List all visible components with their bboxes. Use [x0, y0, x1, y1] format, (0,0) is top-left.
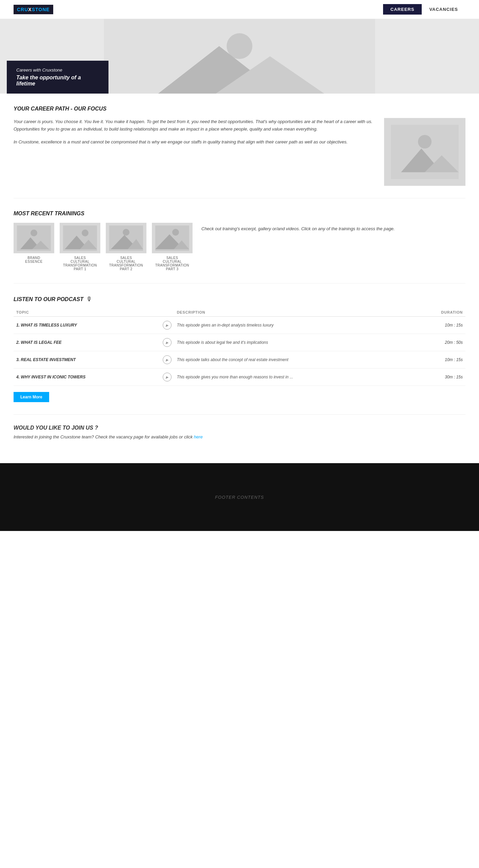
- training-thumb-2: [106, 223, 146, 253]
- hero-text-box: Careers with Cruxstone Take the opportun…: [7, 61, 108, 94]
- episode-play-0[interactable]: ▶: [160, 317, 174, 334]
- training-item-3[interactable]: SALESCULTURALTRANSFORMATIONPART 3: [152, 223, 193, 271]
- podcast-table: TOPIC DESCRIPTION DURATION 1. WHAT IS TI…: [14, 308, 465, 386]
- episode-play-2[interactable]: ▶: [160, 351, 174, 369]
- footer-text: FOOTER CONTENTS: [215, 495, 264, 500]
- microphone-icon: 🎙: [86, 296, 92, 303]
- training-item-1[interactable]: SALESCULTURALTRANSFORMATIONPART 1: [60, 223, 100, 271]
- career-image-placeholder: [384, 118, 465, 186]
- logo-text: CRUXSTONE: [17, 7, 50, 12]
- episode-desc-0: This episode gives an in-dept analysis t…: [174, 317, 413, 334]
- trainings-note: Check out training's excerpt, gallery or…: [198, 223, 465, 231]
- svg-point-21: [172, 229, 179, 236]
- col-play-header: [160, 308, 174, 317]
- play-button-0[interactable]: ▶: [163, 321, 172, 330]
- col-duration-header: DURATION: [413, 308, 465, 317]
- col-description-header: DESCRIPTION: [174, 308, 413, 317]
- col-topic-header: TOPIC: [14, 308, 160, 317]
- play-button-1[interactable]: ▶: [163, 338, 172, 347]
- episode-duration-3: 30m : 15s: [413, 369, 465, 386]
- episode-topic-2: 3. REAL ESTATE INVESTMENT: [14, 351, 160, 369]
- career-paragraph-1: Your career is yours. You choose it. You…: [14, 118, 374, 133]
- career-paragraph-2: In Cruxstone, excellence is a must and c…: [14, 138, 374, 146]
- podcast-title: LISTEN TO OUR PODCAST: [14, 296, 83, 302]
- training-label-3: SALESCULTURALTRANSFORMATIONPART 3: [155, 256, 189, 271]
- career-path-section: YOUR CAREER PATH - OUR FOCUS Your career…: [0, 94, 479, 198]
- learn-more-button[interactable]: Learn More: [14, 392, 49, 402]
- podcast-row-3: 4. WHY INVEST IN ICONIC TOWERS ▶ This ep…: [14, 369, 465, 386]
- podcast-row-2: 3. REAL ESTATE INVESTMENT ▶ This episode…: [14, 351, 465, 369]
- episode-desc-1: This episode is about legal fee and it's…: [174, 334, 413, 351]
- nav-careers[interactable]: CAREERS: [383, 4, 422, 15]
- trainings-title: MOST RECENT TRAININGS: [14, 211, 465, 217]
- join-title: WOULD YOU LIKE TO JOIN US ?: [14, 425, 465, 431]
- episode-duration-1: 20m : 50s: [413, 334, 465, 351]
- episode-topic-3: 4. WHY INVEST IN ICONIC TOWERS: [14, 369, 160, 386]
- career-path-content: Your career is yours. You choose it. You…: [14, 118, 465, 186]
- svg-point-5: [418, 135, 432, 149]
- svg-point-13: [82, 230, 88, 236]
- training-thumb-0: [14, 223, 54, 253]
- episode-duration-0: 10m : 15s: [413, 317, 465, 334]
- svg-point-9: [31, 230, 37, 236]
- podcast-section: LISTEN TO OUR PODCAST 🎙 TOPIC DESCRIPTIO…: [0, 283, 479, 414]
- play-button-3[interactable]: ▶: [163, 373, 172, 381]
- svg-point-17: [123, 229, 129, 236]
- episode-topic-1: 2. WHAT IS LEGAL FEE: [14, 334, 160, 351]
- training-label-2: SALESCULTURALTRANSFORMATIONPART 2: [109, 256, 143, 271]
- training-item-2[interactable]: SALESCULTURALTRANSFORMATIONPART 2: [106, 223, 146, 271]
- play-button-2[interactable]: ▶: [163, 355, 172, 364]
- episode-play-1[interactable]: ▶: [160, 334, 174, 351]
- podcast-header: LISTEN TO OUR PODCAST 🎙: [14, 296, 465, 303]
- hero-subtitle: Careers with Cruxstone: [16, 67, 99, 73]
- nav-vacancies[interactable]: VACANCIES: [422, 4, 465, 15]
- join-text: Interested in joining the Cruxstone team…: [14, 434, 465, 439]
- hero-banner: Careers with Cruxstone Take the opportun…: [0, 19, 479, 94]
- trainings-section: MOST RECENT TRAININGS BRANDESSENCE: [0, 198, 479, 283]
- podcast-row-0: 1. WHAT IS TIMELESS LUXURY ▶ This episod…: [14, 317, 465, 334]
- episode-topic-0: 1. WHAT IS TIMELESS LUXURY: [14, 317, 160, 334]
- episode-desc-2: This episode talks about the concept of …: [174, 351, 413, 369]
- episode-duration-2: 10m : 15s: [413, 351, 465, 369]
- trainings-grid: BRANDESSENCE SALESCULTURALTRANSFORMATION…: [14, 223, 465, 271]
- career-text: Your career is yours. You choose it. You…: [14, 118, 374, 151]
- podcast-table-header-row: TOPIC DESCRIPTION DURATION: [14, 308, 465, 317]
- nav-links: CAREERS VACANCIES: [383, 4, 465, 15]
- training-label-1: SALESCULTURALTRANSFORMATIONPART 1: [63, 256, 97, 271]
- training-label-0: BRANDESSENCE: [25, 256, 42, 263]
- join-text-content: Interested in joining the Cruxstone team…: [14, 434, 193, 439]
- career-path-title: YOUR CAREER PATH - OUR FOCUS: [14, 106, 465, 112]
- logo: CRUXSTONE: [14, 5, 53, 14]
- episode-play-3[interactable]: ▶: [160, 369, 174, 386]
- training-item-0[interactable]: BRANDESSENCE: [14, 223, 54, 263]
- navbar: CRUXSTONE CAREERS VACANCIES: [0, 0, 479, 19]
- training-thumb-1: [60, 223, 100, 253]
- hero-title: Take the opportunity of a lifetime: [16, 75, 99, 87]
- join-here-link[interactable]: here: [194, 434, 203, 439]
- episode-desc-3: This episode gives you more than enough …: [174, 369, 413, 386]
- podcast-row-1: 2. WHAT IS LEGAL FEE ▶ This episode is a…: [14, 334, 465, 351]
- footer: FOOTER CONTENTS: [0, 463, 479, 531]
- join-section: WOULD YOU LIKE TO JOIN US ? Interested i…: [0, 415, 479, 450]
- training-thumb-3: [152, 223, 193, 253]
